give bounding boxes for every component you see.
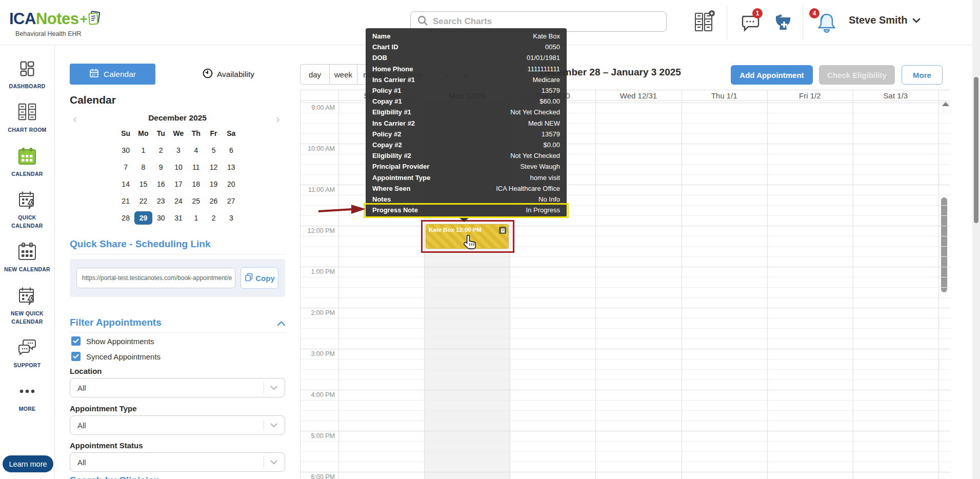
sidebar-item-label: CALENDAR xyxy=(11,170,43,178)
sidebar-item-label: DASHBOARD xyxy=(9,82,46,90)
icanotes-logo[interactable]: ICANotes+ Behavioral Health EHR xyxy=(9,8,101,37)
logo-tagline: Behavioral Health EHR xyxy=(15,30,101,37)
quarter-hour-line xyxy=(300,277,950,277)
sidebar-item-new-calendar[interactable]: NEW CALENDAR xyxy=(2,242,53,273)
day-column-header: Wed 12/31 xyxy=(595,91,681,100)
sidebar-item-label: NEW QUICK CALENDAR xyxy=(4,309,51,326)
tooltip-row-value: Steve Waugh xyxy=(520,163,560,170)
tooltip-row: Eligibility #2Not Yet Checked xyxy=(366,150,567,161)
sidebar-item-dashboard[interactable]: DASHBOARD xyxy=(2,58,53,90)
quarter-hour-line xyxy=(300,462,950,462)
chart-cabinet-add-icon[interactable] xyxy=(692,9,716,37)
tooltip-row: NameKate Box xyxy=(366,31,567,42)
learn-more-button[interactable]: Learn more xyxy=(3,455,53,472)
tooltip-row-label: Policy #1 xyxy=(372,87,401,94)
time-axis-label: 9:00 AM xyxy=(300,104,335,111)
day-column-header: Sat 1/3 xyxy=(853,91,938,100)
tooltip-row-label: Notes xyxy=(372,195,391,203)
tooltip-row-value: ICA Healthcare Office xyxy=(496,185,560,192)
tooltip-row: Policy #113579 xyxy=(366,85,567,96)
header-divider xyxy=(727,5,727,40)
notifications-bell-icon[interactable]: 4 xyxy=(814,10,839,37)
chart-room-icon xyxy=(16,102,38,123)
quarter-hour-line xyxy=(300,297,950,298)
tooltip-row-label: Home Phone xyxy=(372,65,413,73)
tooltip-row-label: Name xyxy=(372,32,390,40)
sidebar-item-calendar[interactable]: CALENDAR xyxy=(2,146,53,178)
search-placeholder: Search Charts xyxy=(433,16,492,27)
quarter-hour-line xyxy=(300,256,950,257)
learn-more-label: Learn more xyxy=(9,460,47,468)
logo-document-icon xyxy=(88,10,101,30)
hour-line xyxy=(300,390,950,390)
new-quick-calendar-icon xyxy=(17,286,37,306)
tooltip-row-label: Chart ID xyxy=(372,43,398,51)
tooltip-row: Copay #2$0.00 xyxy=(366,139,567,150)
mouse-cursor-hand xyxy=(463,234,477,252)
quarter-hour-line xyxy=(300,421,950,421)
quick-calendar-icon xyxy=(17,190,37,210)
tooltip-row: Policy #213579 xyxy=(366,129,567,139)
quarter-hour-line xyxy=(300,338,950,339)
tooltip-row-label: Ins Carrier #1 xyxy=(372,76,415,84)
tooltip-row: DOB01/01/1981 xyxy=(366,52,567,63)
day-column-header: Fri 1/2 xyxy=(767,91,853,100)
hour-line xyxy=(300,431,950,431)
tooltip-row-value: $60.00 xyxy=(539,97,560,105)
annotation-red-arrow xyxy=(314,202,368,219)
tooltip-row: Eligibility #1Not Yet Checked xyxy=(366,107,567,117)
tooltip-row-value: Medi NEW xyxy=(528,119,560,127)
tooltip-row: Principal ProviderSteve Waugh xyxy=(366,161,567,172)
quarter-hour-line xyxy=(300,287,950,288)
sidebar-item-support[interactable]: SUPPORT xyxy=(2,337,53,369)
sidebar-item-label: MORE xyxy=(19,405,36,413)
window-scrollbar[interactable] xyxy=(972,0,980,479)
quarter-hour-line xyxy=(300,380,950,380)
user-name: Steve Smith xyxy=(849,14,907,26)
sidebar-nav: DASHBOARDCHART ROOMCALENDARQUICK CALENDA… xyxy=(0,45,55,479)
sidebar-item-quick-calendar[interactable]: QUICK CALENDAR xyxy=(2,190,53,230)
tooltip-row: Where SeenICA Healthcare Office xyxy=(366,183,567,194)
tooltip-row-label: Where Seen xyxy=(372,185,410,192)
header-divider-2 xyxy=(803,5,803,40)
tooltip-row-value: 13579 xyxy=(542,87,560,94)
sidebar-item-label: NEW CALENDAR xyxy=(4,265,50,273)
support-icon xyxy=(16,337,38,358)
sidebar-item-more[interactable]: MORE xyxy=(2,381,53,413)
pharmacy-add-icon[interactable] xyxy=(772,11,793,36)
tooltip-row: Ins Carrier #1Medicare xyxy=(366,74,567,85)
more-icon xyxy=(17,381,37,402)
quarter-hour-line xyxy=(300,410,950,411)
tooltip-row: Home Phone1111111111 xyxy=(366,64,567,74)
time-axis-label: 3:00 PM xyxy=(300,350,335,357)
user-menu[interactable]: Steve Smith xyxy=(849,14,921,26)
sidebar-item-chart-room[interactable]: CHART ROOM xyxy=(2,102,53,134)
tooltip-row-value: 1111111111 xyxy=(527,65,560,73)
messages-icon[interactable]: 1 xyxy=(740,12,762,35)
quarter-hour-line xyxy=(300,236,950,236)
tooltip-row: Ins Carrier #2Medi NEW xyxy=(366,118,567,129)
tooltip-row-value: 13579 xyxy=(542,130,560,138)
day-column-header: Thu 1/1 xyxy=(682,91,767,100)
logo-plus-text: + xyxy=(80,11,88,27)
hour-line xyxy=(300,472,950,472)
tooltip-row-label: Eligibility #2 xyxy=(372,152,411,159)
sidebar-item-new-quick-calendar[interactable]: NEW QUICK CALENDAR xyxy=(2,286,53,326)
tooltip-row-label: Appointment Type xyxy=(372,174,430,182)
tooltip-row-label: Ins Carrier #2 xyxy=(372,119,415,127)
hour-line xyxy=(300,349,950,349)
appointment-tooltip: NameKate BoxChart ID0050DOB01/01/1981Hom… xyxy=(366,28,567,217)
tooltip-row-value: Medicare xyxy=(533,76,560,84)
chevron-down-icon xyxy=(912,16,921,25)
tooltip-row-value: home visit xyxy=(530,174,560,182)
logo-notes-text: Notes xyxy=(36,10,79,28)
time-axis-label: 6:00 PM xyxy=(300,473,335,479)
quarter-hour-line xyxy=(300,318,950,318)
search-icon xyxy=(417,15,428,28)
quarter-hour-line xyxy=(300,441,950,442)
tooltip-row: Chart ID0050 xyxy=(366,42,567,52)
messages-badge: 1 xyxy=(752,8,763,18)
tooltip-row-value: 01/01/1981 xyxy=(527,54,560,62)
window-scrollbar-thumb[interactable] xyxy=(974,77,978,223)
tooltip-row-value: Not Yet Checked xyxy=(510,108,560,116)
